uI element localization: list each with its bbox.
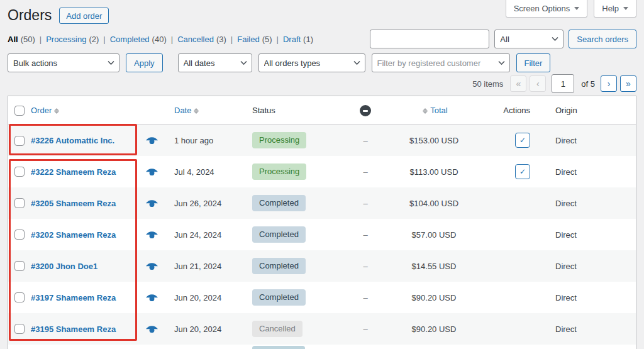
status-filter-count: (3) [216, 35, 226, 44]
status-filter-link[interactable]: Draft [283, 35, 301, 44]
status-filter-processing: Processing(2) [46, 35, 110, 44]
order-notes-value: – [363, 230, 367, 240]
status-filter-count: (1) [303, 35, 313, 44]
order-date: Jun 26, 2024 [165, 187, 246, 219]
order-total: $14.55 USD [384, 250, 484, 282]
order-origin: Direct [540, 313, 636, 345]
order-types-select-wrap: All orders types [258, 53, 365, 72]
order-total: $57.00 USD [384, 219, 484, 250]
status-badge: Completed [252, 195, 306, 211]
order-origin: Direct [540, 156, 636, 187]
dates-select[interactable]: All dates [178, 53, 252, 72]
order-link[interactable]: #3197 Shameem Reza [31, 293, 116, 302]
order-notes-value: – [363, 293, 367, 302]
column-header-date[interactable]: Date [165, 96, 246, 125]
search-input[interactable] [370, 30, 489, 48]
first-page-button[interactable]: « [510, 75, 526, 92]
order-link[interactable]: #3202 Shameem Reza [31, 230, 116, 240]
row-checkbox[interactable] [14, 324, 25, 334]
chevron-down-icon [574, 7, 579, 10]
search-box: All Search orders [370, 30, 636, 48]
order-date: Jun 20, 2024 [165, 313, 246, 345]
order-link[interactable]: #3200 Jhon Doe1 [31, 262, 97, 271]
column-header-status: Status [246, 96, 347, 125]
filter-button[interactable]: Filter [516, 53, 551, 72]
order-total: $113.00 USD [384, 156, 484, 187]
column-header-actions: Actions [484, 96, 540, 125]
order-origin: Direct [540, 125, 636, 156]
apply-button[interactable]: Apply [126, 53, 163, 72]
row-checkbox[interactable] [14, 261, 25, 271]
row-checkbox[interactable] [14, 136, 25, 146]
status-filter-all: All(50) [8, 35, 46, 44]
pagination: 50 items « ‹ of 5 › » [0, 75, 644, 92]
preview-eye-icon[interactable] [146, 324, 158, 334]
row-checkbox[interactable] [14, 230, 25, 240]
status-filter-link[interactable]: Processing [46, 35, 86, 44]
order-types-select[interactable]: All orders types [258, 53, 365, 72]
sort-icon [54, 108, 59, 114]
bulk-actions-select[interactable]: Bulk actions [8, 53, 119, 72]
row-checkbox[interactable] [14, 167, 25, 177]
table-row: #3197 Shameem RezaJun 20, 2024Completed–… [8, 282, 636, 313]
orders-table-card: Order Date Status Total Actions Origin #… [8, 96, 636, 349]
order-link[interactable]: #3195 Shameem Reza [31, 324, 116, 334]
sort-icon [423, 108, 428, 114]
status-filter-link[interactable]: All [8, 35, 18, 44]
screen-options-label: Screen Options [514, 4, 570, 13]
row-checkbox[interactable] [14, 198, 25, 208]
complete-order-button[interactable]: ✓ [515, 133, 530, 148]
column-header-order[interactable]: Order [31, 96, 138, 125]
order-link[interactable]: #3226 Automattic Inc. [31, 136, 114, 145]
customer-filter-select[interactable]: Filter by registered customer [372, 53, 510, 72]
search-type-select[interactable]: All [494, 30, 564, 48]
order-total: $90.20 USD [384, 313, 484, 345]
status-badge: Completed [252, 258, 306, 274]
preview-eye-icon[interactable] [146, 199, 158, 208]
order-date: Jun 20, 2024 [165, 282, 246, 313]
order-date: Jul 4, 2024 [165, 156, 246, 187]
complete-order-button[interactable]: ✓ [515, 164, 530, 179]
cropped-next-row-badge [252, 346, 305, 349]
preview-eye-icon[interactable] [146, 136, 158, 145]
last-page-button[interactable]: » [620, 75, 636, 92]
preview-eye-icon[interactable] [146, 293, 158, 302]
preview-eye-icon[interactable] [146, 230, 158, 240]
column-header-total[interactable]: Total [384, 96, 484, 125]
status-badge: Completed [252, 289, 306, 306]
prev-page-button[interactable]: ‹ [530, 75, 546, 92]
status-filter-list: All(50)Processing(2)Completed(40)Cancell… [8, 35, 313, 44]
preview-eye-icon[interactable] [146, 167, 158, 177]
order-origin: Direct [540, 219, 636, 250]
order-notes-value: – [363, 167, 367, 177]
customer-filter-select-wrap: Filter by registered customer [372, 53, 510, 72]
order-date: Jun 21, 2024 [165, 250, 246, 282]
row-checkbox[interactable] [14, 292, 25, 302]
order-link[interactable]: #3222 Shameem Reza [31, 167, 116, 177]
search-orders-button[interactable]: Search orders [569, 30, 636, 48]
screen-options-button[interactable]: Screen Options [506, 0, 588, 18]
status-filter-link[interactable]: Completed [110, 35, 150, 44]
status-filter-failed: Failed(5) [237, 35, 283, 44]
current-page-input[interactable] [552, 74, 574, 93]
help-button[interactable]: Help [594, 0, 636, 18]
table-row: #3226 Automattic Inc.1 hour agoProcessin… [8, 125, 636, 156]
add-order-button[interactable]: Add order [59, 8, 109, 24]
select-all-checkbox[interactable] [14, 106, 25, 116]
orders-table: Order Date Status Total Actions Origin #… [8, 96, 636, 345]
status-filter-cancelled: Cancelled(3) [177, 35, 237, 44]
order-link[interactable]: #3205 Shameem Reza [31, 199, 116, 208]
preview-eye-icon[interactable] [146, 262, 158, 271]
order-notes-value: – [363, 136, 367, 145]
status-badge: Completed [252, 226, 306, 243]
table-row: #3200 Jhon Doe1Jun 21, 2024Completed–$14… [8, 250, 636, 282]
status-filter-link[interactable]: Cancelled [177, 35, 214, 44]
order-total: $104.00 USD [384, 187, 484, 219]
status-filter-link[interactable]: Failed [237, 35, 259, 44]
table-header-row: Order Date Status Total Actions Origin [8, 96, 636, 125]
help-label: Help [602, 4, 619, 13]
order-origin: Direct [540, 250, 636, 282]
next-page-button[interactable]: › [601, 75, 617, 92]
filters-row: All(50)Processing(2)Completed(40)Cancell… [0, 30, 644, 48]
order-date: 1 hour ago [165, 125, 246, 156]
